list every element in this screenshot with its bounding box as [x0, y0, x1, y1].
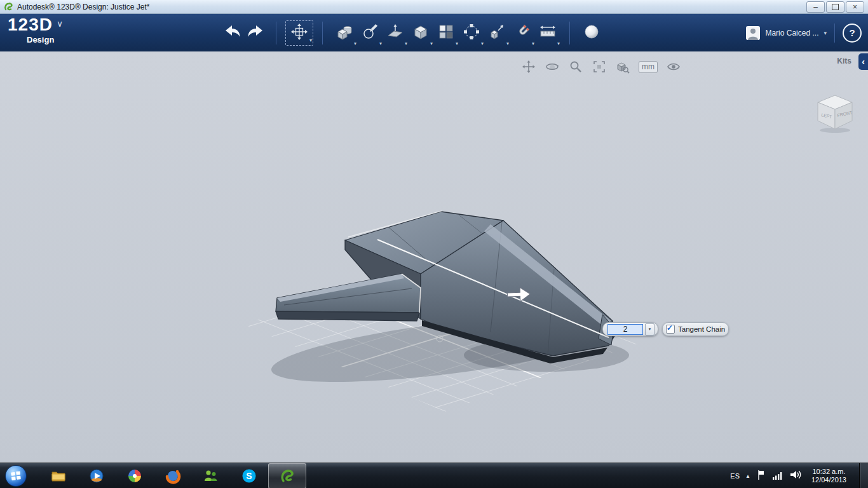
caret-down-icon: ▾: [557, 41, 560, 46]
caret-down-icon: ▾: [379, 41, 382, 46]
logo-subtext: Design: [27, 36, 63, 44]
clock-date: 12/04/2013: [811, 476, 846, 484]
construct-button[interactable]: ▾: [383, 18, 408, 48]
chevron-left-icon: ‹: [862, 57, 865, 67]
kits-panel-collapse-button[interactable]: ‹: [858, 53, 868, 70]
view-cube[interactable]: LEFT FRONT: [811, 90, 858, 135]
redo-button[interactable]: [244, 18, 267, 48]
skype-letter: S: [246, 471, 252, 481]
caret-down-icon: ▾: [405, 41, 407, 46]
sketch-button[interactable]: ▾: [357, 18, 383, 48]
caret-down-icon: ▾: [354, 41, 356, 46]
language-indicator[interactable]: ES: [730, 472, 740, 480]
pattern-button[interactable]: ▾: [459, 18, 484, 48]
system-tray: ES ▲ 10:32 a.m. 12/04/2013: [730, 463, 846, 488]
user-caret-down-icon[interactable]: ▾: [824, 30, 827, 36]
window-titlebar: Autodesk® 123D® Design: Justice Jet* – ×: [0, 0, 868, 14]
app-logo[interactable]: 123D∨ Design: [8, 16, 63, 44]
modify-button[interactable]: ▾: [408, 18, 433, 48]
start-button[interactable]: [5, 465, 27, 487]
pinned-apps: S: [39, 463, 306, 488]
logo-chevron-icon: ∨: [57, 18, 63, 29]
materials-button[interactable]: [579, 18, 604, 48]
kits-label: Kits: [837, 57, 851, 65]
folder-icon: [50, 468, 67, 484]
units-selector[interactable]: mm: [639, 61, 658, 73]
caret-down-icon: ▾: [309, 38, 312, 43]
caret-down-icon: ▾: [456, 41, 458, 46]
clock-time: 10:32 a.m.: [811, 468, 846, 476]
zoom-icon[interactable]: [568, 59, 583, 74]
fit-view-icon[interactable]: [592, 59, 607, 74]
help-icon: ?: [849, 27, 855, 38]
measure-button[interactable]: ▾: [535, 18, 560, 48]
help-button[interactable]: ?: [843, 24, 862, 43]
transform-move-button[interactable]: ▾: [285, 20, 313, 46]
app-toolbar: 123D∨ Design ▾: [0, 14, 868, 51]
logo-d: D: [39, 15, 53, 34]
user-area: Mario Caiced ... ▾ ?: [746, 14, 862, 51]
app-gecko-icon: [4, 2, 13, 11]
firefox-taskbar-button[interactable]: [154, 463, 192, 488]
window-title: Autodesk® 123D® Design: Justice Jet*: [17, 3, 149, 11]
taskbar-clock[interactable]: 10:32 a.m. 12/04/2013: [811, 468, 846, 484]
magnet-icon: [514, 24, 531, 43]
group-button[interactable]: ▾: [484, 18, 510, 48]
radius-dropdown-button[interactable]: ▾: [645, 323, 654, 336]
maximize-button[interactable]: [826, 1, 844, 13]
snap-button[interactable]: ▾: [433, 18, 459, 48]
tool-strip: ▾ ▾ ▾: [221, 14, 604, 51]
tangent-chain-label: Tangent Chain: [678, 325, 725, 333]
scene-3d[interactable]: [0, 51, 868, 463]
orbit-icon[interactable]: [545, 59, 560, 74]
undo-icon: [223, 24, 242, 42]
toolbar-separator: [276, 22, 276, 44]
network-icon[interactable]: [772, 469, 783, 483]
media-player-icon: [88, 468, 105, 484]
tray-expand-icon[interactable]: ▲: [745, 473, 750, 479]
combine-button[interactable]: ▾: [510, 18, 535, 48]
close-button[interactable]: ×: [846, 1, 864, 13]
modify-cube-icon: [412, 24, 429, 43]
pattern-icon: [463, 24, 480, 43]
zoom-window-icon[interactable]: [615, 59, 630, 74]
close-icon: ×: [853, 3, 857, 11]
primitives-icon: [336, 24, 353, 43]
user-name[interactable]: Mario Caiced ...: [765, 29, 818, 37]
group-icon: [489, 24, 505, 43]
skype-taskbar-button[interactable]: S: [230, 463, 268, 488]
toolbar-separator: [569, 22, 570, 44]
messenger-taskbar-button[interactable]: [192, 463, 230, 488]
user-avatar[interactable]: [746, 26, 760, 40]
tangent-chain-checkbox[interactable]: ✓: [666, 325, 675, 334]
construct-icon: [387, 24, 403, 43]
toolbar-separator: [322, 22, 323, 44]
123d-design-taskbar-button[interactable]: [268, 463, 306, 488]
maximize-icon: [832, 4, 839, 10]
radius-value-input[interactable]: [607, 324, 643, 335]
pinned-app-taskbar-button[interactable]: [116, 463, 154, 488]
taskbar: S ES ▲ 10:32 a.m.: [0, 463, 868, 488]
viewport[interactable]: mm Kits ‹ LEFT FRONT ▾: [0, 51, 868, 463]
firefox-icon: [165, 468, 181, 484]
window-controls: – ×: [806, 1, 864, 13]
volume-icon[interactable]: [789, 469, 802, 483]
minimize-button[interactable]: –: [806, 1, 825, 13]
windows-flag-icon: [10, 470, 22, 482]
visibility-eye-icon[interactable]: [666, 59, 681, 74]
transform-move-icon: [291, 24, 308, 43]
check-icon: ✓: [667, 323, 673, 332]
show-desktop-button[interactable]: [859, 463, 868, 488]
primitives-button[interactable]: ▾: [332, 18, 357, 48]
view-navigation-bar: mm: [521, 59, 681, 74]
caret-down-icon: ▾: [481, 41, 484, 46]
caret-down-icon: ▾: [506, 41, 509, 46]
pan-icon[interactable]: [521, 59, 536, 74]
action-center-flag-icon[interactable]: [756, 469, 766, 483]
logo-123: 123: [8, 15, 39, 34]
redo-icon: [246, 24, 265, 42]
undo-button[interactable]: [221, 18, 244, 48]
explorer-taskbar-button[interactable]: [39, 463, 78, 488]
media-player-taskbar-button[interactable]: [78, 463, 116, 488]
caret-down-icon: ▾: [649, 327, 651, 332]
